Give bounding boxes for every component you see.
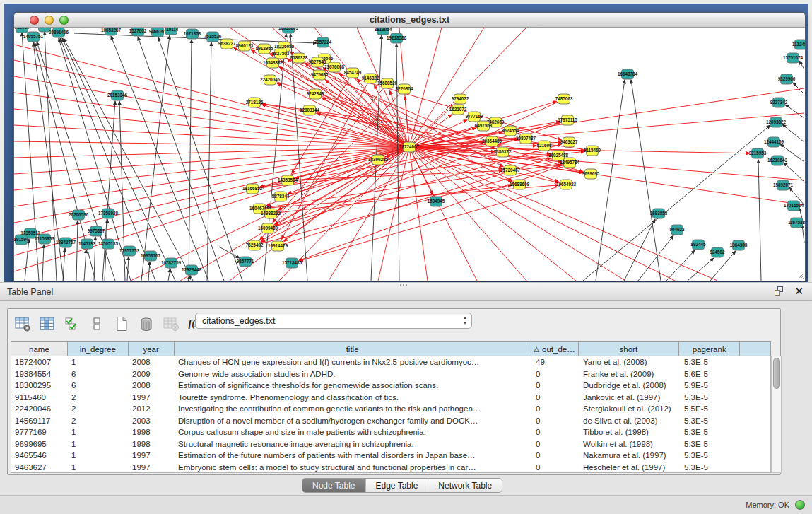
- table-cell[interactable]: Wolkin et al. (1998): [579, 438, 681, 450]
- column-header-filler[interactable]: [740, 342, 770, 356]
- table-cell[interactable]: de Silva et al. (2003): [579, 415, 681, 427]
- table-cell[interactable]: 5.3E-5: [681, 438, 741, 450]
- table-cell[interactable]: 5.9E-5: [681, 380, 741, 392]
- table-cell[interactable]: Disruption of a novel member of a sodium…: [175, 415, 532, 427]
- table-cell[interactable]: 22420046: [11, 403, 68, 415]
- table-cell[interactable]: 2012: [129, 403, 175, 415]
- table-cell[interactable]: 5.3E-5: [681, 450, 741, 462]
- table-cell[interactable]: 2008: [129, 356, 175, 368]
- table-cell[interactable]: Genome-wide association studies in ADHD.: [175, 368, 532, 380]
- network-window[interactable]: citations_edges.txt 18724007183002958960…: [13, 12, 806, 281]
- tab-network-table[interactable]: Network Table: [428, 479, 502, 492]
- table-row[interactable]: 977716911998Corpus callosum shape and si…: [11, 426, 770, 438]
- table-cell[interactable]: 49: [532, 356, 579, 368]
- network-window-titlebar[interactable]: citations_edges.txt: [14, 13, 805, 28]
- table-cell[interactable]: 0: [532, 368, 579, 380]
- table-selector-combo[interactable]: citations_edges.txt ▲▼: [195, 313, 472, 329]
- scrollbar-thumb[interactable]: [773, 358, 780, 389]
- table-cell[interactable]: 5.3E-5: [681, 356, 741, 368]
- table-cell[interactable]: 9115460: [11, 392, 68, 404]
- table-cell[interactable]: Changes of HCN gene expression and I(f) …: [175, 356, 532, 368]
- table-cell[interactable]: 9699695: [11, 438, 68, 450]
- select-columns-icon[interactable]: [38, 315, 57, 333]
- canvas-resize-grip[interactable]: [802, 278, 804, 279]
- table-cell[interactable]: 18724007: [11, 356, 68, 368]
- rows-icon[interactable]: [88, 315, 106, 333]
- table-row[interactable]: 911546021997Tourette syndrome. Phenomeno…: [11, 392, 770, 404]
- panel-resize-grip[interactable]: [400, 284, 407, 286]
- table-cell[interactable]: Stergiakouli et al. (2012): [579, 403, 681, 415]
- table-cell[interactable]: 5.5E-5: [681, 403, 741, 415]
- table-cell[interactable]: 9463627: [11, 462, 68, 474]
- table-cell[interactable]: Nakamura et al. (1997): [579, 450, 681, 462]
- table-cell[interactable]: 0: [532, 415, 579, 427]
- table-cell[interactable]: 5.3E-5: [681, 392, 741, 404]
- table-row[interactable]: 1830029562008Estimation of significance …: [11, 380, 770, 392]
- table-cell[interactable]: 1: [68, 450, 129, 462]
- table-cell[interactable]: 1: [68, 438, 129, 450]
- table-cell[interactable]: 2: [68, 403, 129, 415]
- table-cell[interactable]: 18300295: [11, 380, 68, 392]
- table-cell[interactable]: 2009: [129, 368, 175, 380]
- table-cell[interactable]: 1: [68, 426, 129, 438]
- table-cell[interactable]: Structural magnetic resonance image aver…: [175, 438, 532, 450]
- memory-status-indicator[interactable]: [795, 500, 805, 510]
- network-canvas[interactable]: 1872400718300295896012389129559638227182…: [14, 28, 805, 281]
- table-cell[interactable]: Dudbridge et al. (2008): [579, 380, 681, 392]
- table-cell[interactable]: Tibbo et al. (1998): [579, 426, 681, 438]
- table-row[interactable]: 969969511998Structural magnetic resonanc…: [11, 438, 770, 450]
- table-cell[interactable]: 0: [532, 462, 579, 474]
- tab-edge-table[interactable]: Edge Table: [366, 479, 429, 492]
- table-cell[interactable]: 2: [68, 392, 129, 404]
- table-cell[interactable]: 6: [68, 380, 129, 392]
- table-cell[interactable]: Investigating the contribution of common…: [175, 403, 532, 415]
- column-header-name[interactable]: name: [11, 342, 68, 356]
- table-cell[interactable]: Yano et al. (2008): [579, 356, 681, 368]
- table-cell[interactable]: 5.3E-5: [681, 415, 741, 427]
- column-header-in_degree[interactable]: in_degree: [68, 342, 129, 356]
- table-cell[interactable]: 5.6E-5: [681, 368, 741, 380]
- column-header-title[interactable]: title: [175, 342, 531, 356]
- table-cell[interactable]: 9465546: [11, 450, 68, 462]
- table-cell[interactable]: 1997: [129, 462, 175, 474]
- network-graph[interactable]: 1872400718300295896012389129559638227182…: [14, 28, 805, 281]
- float-panel-icon[interactable]: [775, 286, 784, 296]
- table-cell[interactable]: 0: [532, 380, 579, 392]
- table-cell[interactable]: Jankovic et al. (1997): [579, 392, 681, 404]
- close-panel-icon[interactable]: ✕: [794, 286, 804, 296]
- table-row[interactable]: 946554611997Estimation of the future num…: [11, 450, 770, 462]
- table-cell[interactable]: 0: [532, 392, 579, 404]
- table-cell[interactable]: Hescheler et al. (1997): [579, 462, 681, 474]
- column-header-year[interactable]: year: [129, 342, 175, 356]
- table-cell[interactable]: 1997: [129, 392, 175, 404]
- table-row[interactable]: 1456911722003Disruption of a novel membe…: [11, 415, 770, 427]
- table-cell[interactable]: 1: [68, 462, 129, 474]
- table-cell[interactable]: 2003: [129, 415, 175, 427]
- table-row[interactable]: 946362711997Embryonic stem cells: a mode…: [11, 462, 770, 474]
- table-cell[interactable]: 0: [532, 450, 579, 462]
- table-cell[interactable]: 2008: [129, 380, 175, 392]
- table-cell[interactable]: 0: [532, 403, 579, 415]
- table-cell[interactable]: 2: [68, 415, 129, 427]
- table-cell[interactable]: 1998: [129, 438, 175, 450]
- table-cell[interactable]: Franke et al. (2009): [579, 368, 681, 380]
- table-row[interactable]: 2242004622012Investigating the contribut…: [11, 403, 770, 415]
- table-cell[interactable]: 5.3E-5: [681, 462, 741, 474]
- vertical-scrollbar[interactable]: [771, 356, 782, 473]
- new-document-icon[interactable]: [112, 315, 131, 333]
- table-settings-icon[interactable]: [13, 315, 32, 333]
- table-cell[interactable]: Estimation of significance thresholds fo…: [175, 380, 532, 392]
- table-cell[interactable]: Estimation of the future numbers of pati…: [175, 450, 532, 462]
- table-cell[interactable]: 0: [532, 426, 579, 438]
- table-cell[interactable]: 0: [532, 438, 579, 450]
- table-cell[interactable]: Tourette syndrome. Phenomenology and cla…: [175, 392, 532, 404]
- tab-node-table[interactable]: Node Table: [302, 479, 366, 492]
- table-cell[interactable]: 1998: [129, 426, 175, 438]
- column-header-short[interactable]: short: [579, 342, 680, 356]
- table-cell[interactable]: 19384554: [11, 368, 68, 380]
- table-cell[interactable]: 1: [68, 356, 129, 368]
- table-cell[interactable]: Embryonic stem cells: a model to study s…: [175, 462, 532, 474]
- table-cell[interactable]: 14569117: [11, 415, 68, 427]
- column-header-out_de…[interactable]: △out_de…: [531, 342, 579, 356]
- table-cell[interactable]: 9777169: [11, 426, 68, 438]
